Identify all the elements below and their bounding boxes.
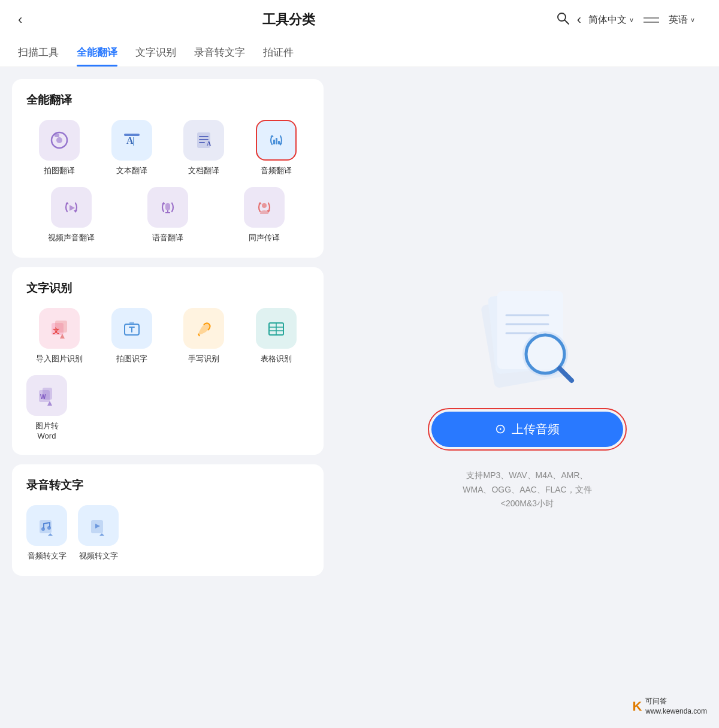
svg-text:A: A (207, 140, 212, 147)
img-to-word-icon-wrap: W (26, 375, 67, 416)
upload-icon: ⊙ (495, 421, 506, 437)
svg-text:A: A (126, 135, 134, 146)
svg-marker-26 (258, 202, 262, 204)
tool-photo-translate[interactable]: 拍图翻译 (26, 120, 93, 176)
tool-simultaneous[interactable]: 同声传译 (219, 187, 309, 243)
simultaneous-label: 同声传译 (249, 232, 280, 243)
img-to-word-label: 图片转Word (26, 421, 67, 440)
upload-button-wrapper: ⊙ 上传音频 (428, 408, 627, 451)
watermark-text: 可问答 www.kewenda.com (645, 696, 707, 717)
svg-rect-33 (129, 322, 134, 324)
source-lang-arrow: ∨ (629, 16, 634, 24)
tool-handwrite[interactable]: 手写识别 (171, 308, 237, 364)
translate-section-title: 全能翻译 (26, 92, 309, 108)
tool-voice-translate[interactable]: 语音翻译 (123, 187, 213, 243)
svg-marker-18 (70, 205, 75, 211)
svg-rect-13 (273, 140, 275, 144)
video-to-text-icon-wrap (78, 505, 119, 546)
svg-rect-14 (276, 138, 277, 144)
lang-swap-icon (644, 17, 659, 23)
video-to-text-label: 视频转文字 (79, 551, 118, 561)
svg-rect-4 (55, 134, 59, 137)
ocr-tools-row2: W 图片转Word (26, 375, 309, 440)
target-lang-arrow: ∨ (690, 16, 695, 24)
tool-doc-translate[interactable]: A 文档翻译 (171, 120, 237, 176)
ocr-section-title: 文字识别 (26, 280, 309, 296)
voice-translate-icon-wrap (147, 187, 188, 228)
source-language[interactable]: 简体中文 ∨ (588, 14, 634, 26)
svg-point-46 (41, 527, 45, 531)
translate-tools-row1: 拍图翻译 A 文本翻译 (26, 120, 309, 176)
target-language[interactable]: 英语 ∨ (669, 14, 695, 26)
svg-point-3 (56, 137, 62, 143)
photo-ocr-label: 拍图识字 (116, 354, 147, 364)
ocr-tools-row1: 文 导入图片识别 (26, 308, 309, 364)
table-ocr-icon-wrap (256, 308, 297, 349)
svg-marker-16 (270, 135, 274, 137)
watermark: K 可问答 www.kewenda.com (632, 696, 707, 717)
upload-button[interactable]: ⊙ 上传音频 (431, 412, 623, 447)
svg-marker-19 (65, 202, 69, 204)
tool-audio-translate[interactable]: 音频翻译 (243, 120, 310, 176)
ocr-section: 文字识别 文 导入图片识别 (12, 267, 324, 455)
import-ocr-label: 导入图片识别 (36, 354, 83, 364)
tab-translate[interactable]: 全能翻译 (77, 37, 117, 67)
audio-translate-icon-wrap (256, 120, 297, 161)
translate-tools-row2: 视频声音翻译 语音翻译 (26, 187, 309, 243)
video-translate-icon-wrap (51, 187, 92, 228)
handwrite-icon-wrap (183, 308, 224, 349)
audio-text-tools: 音频转文字 视频转文字 (26, 505, 309, 561)
voice-translate-label: 语音翻译 (152, 232, 183, 243)
tool-audio-to-text[interactable]: 音频转文字 (26, 505, 67, 561)
tool-video-translate[interactable]: 视频声音翻译 (26, 187, 117, 243)
import-ocr-icon-wrap: 文 (39, 308, 80, 349)
page-title: 工具分类 (262, 11, 315, 29)
tab-audio[interactable]: 录音转文字 (194, 37, 245, 67)
tab-scan[interactable]: 扫描工具 (18, 37, 59, 67)
upload-hint: 支持MP3、WAV、M4A、AMR、 WMA、OGG、AAC、FLAC，文件 <… (463, 469, 591, 511)
tool-text-translate[interactable]: A 文本翻译 (99, 120, 165, 176)
simultaneous-icon-wrap (244, 187, 285, 228)
translate-section: 全能翻译 拍图翻译 (12, 79, 324, 258)
svg-text:文: 文 (53, 327, 59, 334)
table-ocr-label: 表格识别 (261, 354, 292, 364)
svg-marker-51 (99, 533, 104, 536)
tool-img-to-word[interactable]: W 图片转Word (26, 375, 67, 440)
photo-translate-label: 拍图翻译 (44, 165, 75, 176)
tool-import-ocr[interactable]: 文 导入图片识别 (26, 308, 93, 364)
svg-point-25 (262, 203, 267, 208)
svg-marker-20 (74, 210, 77, 213)
audio-translate-label: 音频翻译 (261, 165, 292, 176)
main-content: 全能翻译 拍图翻译 (0, 67, 719, 726)
tool-photo-ocr[interactable]: 拍图识字 (99, 308, 165, 364)
audio-text-section-title: 录音转文字 (26, 478, 309, 493)
doc-translate-label: 文档翻译 (188, 165, 219, 176)
tab-bar: 扫描工具 全能翻译 文字识别 录音转文字 拍证件 (0, 37, 719, 67)
search-icon[interactable] (555, 11, 570, 29)
back-button[interactable]: ‹ (18, 12, 22, 28)
audio-text-section: 录音转文字 音频转文字 (12, 464, 324, 576)
doc-translate-icon-wrap: A (183, 120, 224, 161)
audio-to-text-icon-wrap (26, 505, 67, 546)
svg-line-1 (564, 20, 569, 25)
watermark-k: K (632, 699, 642, 714)
illustration (467, 282, 587, 390)
tool-table-ocr[interactable]: 表格识别 (243, 308, 310, 364)
header: ‹ 工具分类 ‹ 简体中文 ∨ 英语 ∨ (0, 0, 719, 37)
language-selector: 简体中文 ∨ 英语 ∨ (588, 14, 695, 26)
photo-translate-icon-wrap (39, 120, 80, 161)
handwrite-label: 手写识别 (188, 354, 219, 364)
tab-ocr[interactable]: 文字识别 (135, 37, 176, 67)
tool-video-to-text[interactable]: 视频转文字 (78, 505, 119, 561)
photo-ocr-icon-wrap (111, 308, 152, 349)
text-translate-label: 文本翻译 (116, 165, 147, 176)
svg-marker-48 (48, 533, 53, 536)
svg-rect-21 (165, 203, 170, 210)
left-panel: 全能翻译 拍图翻译 (0, 67, 336, 726)
chevron-left-icon[interactable]: ‹ (577, 12, 581, 28)
svg-point-47 (47, 526, 51, 530)
svg-marker-24 (162, 202, 165, 204)
header-left: ‹ (18, 12, 22, 28)
video-translate-label: 视频声音翻译 (48, 232, 95, 243)
tab-id[interactable]: 拍证件 (263, 37, 294, 67)
